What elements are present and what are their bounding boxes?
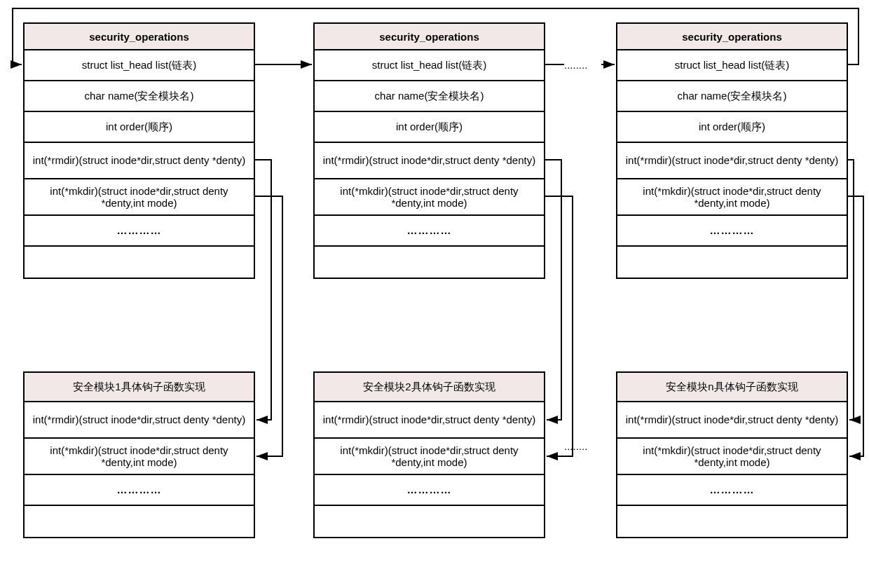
field-mkdir: int(*mkdir)(struct inode*dir,struct dent… [25, 179, 254, 216]
impl-rmdir: int(*rmdir)(struct inode*dir,struct dent… [315, 402, 544, 439]
field-mkdir: int(*mkdir)(struct inode*dir,struct dent… [617, 179, 847, 216]
field-list: struct list_head list(链表) [315, 50, 544, 81]
impl-header: 安全模块2具体钩子函数实现 [315, 373, 544, 402]
impl-mkdir: int(*mkdir)(struct inode*dir,struct dent… [25, 439, 254, 475]
impl-dots: ………… [315, 475, 544, 506]
impl-rmdir: int(*rmdir)(struct inode*dir,struct dent… [617, 402, 847, 439]
field-list: struct list_head list(链表) [617, 50, 847, 81]
field-rmdir: int(*rmdir)(struct inode*dir,struct dent… [25, 143, 254, 179]
impl-dots: ………… [25, 475, 254, 506]
impl-dots: ………… [617, 475, 847, 506]
field-dots: ………… [25, 216, 254, 247]
impl-header: 安全模块1具体钩子函数实现 [25, 373, 254, 402]
ellipsis-bottom: ........ [564, 440, 587, 452]
impl-blank [315, 506, 544, 537]
impl-box-1: 安全模块1具体钩子函数实现 int(*rmdir)(struct inode*d… [23, 371, 255, 538]
field-dots: ………… [315, 216, 544, 247]
impl-mkdir: int(*mkdir)(struct inode*dir,struct dent… [315, 439, 544, 475]
field-blank [25, 247, 254, 278]
impl-box-2: 安全模块2具体钩子函数实现 int(*rmdir)(struct inode*d… [313, 371, 545, 538]
diagram-canvas: security_operations struct list_head lis… [0, 0, 869, 588]
impl-rmdir: int(*rmdir)(struct inode*dir,struct dent… [25, 402, 254, 439]
impl-box-n: 安全模块n具体钩子函数实现 int(*rmdir)(struct inode*d… [616, 371, 848, 538]
field-mkdir: int(*mkdir)(struct inode*dir,struct dent… [315, 179, 544, 216]
struct-box-3: security_operations struct list_head lis… [616, 22, 848, 279]
impl-blank [25, 506, 254, 537]
struct-box-1: security_operations struct list_head lis… [23, 22, 255, 279]
field-rmdir: int(*rmdir)(struct inode*dir,struct dent… [617, 143, 847, 179]
field-order: int order(顺序) [617, 112, 847, 143]
field-dots: ………… [617, 216, 847, 247]
field-order: int order(顺序) [25, 112, 254, 143]
field-blank [617, 247, 847, 278]
field-rmdir: int(*rmdir)(struct inode*dir,struct dent… [315, 143, 544, 179]
struct-header: security_operations [25, 24, 254, 50]
field-order: int order(顺序) [315, 112, 544, 143]
field-name: char name(安全模块名) [25, 81, 254, 112]
ellipsis-top: ........ [564, 59, 587, 71]
impl-blank [617, 506, 847, 537]
field-name: char name(安全模块名) [617, 81, 847, 112]
struct-box-2: security_operations struct list_head lis… [313, 22, 545, 279]
struct-header: security_operations [617, 24, 847, 50]
impl-header: 安全模块n具体钩子函数实现 [617, 373, 847, 402]
field-list: struct list_head list(链表) [25, 50, 254, 81]
struct-header: security_operations [315, 24, 544, 50]
impl-mkdir: int(*mkdir)(struct inode*dir,struct dent… [617, 439, 847, 475]
field-name: char name(安全模块名) [315, 81, 544, 112]
field-blank [315, 247, 544, 278]
